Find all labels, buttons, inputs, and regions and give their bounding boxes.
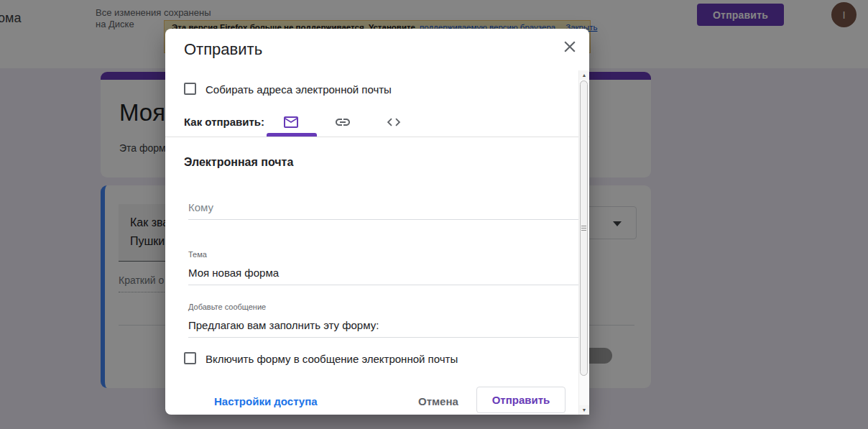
collect-emails-label: Собирать адреса электронной почты: [206, 83, 392, 96]
scrollbar-grip: [581, 228, 586, 229]
dialog-title: Отправить: [184, 40, 262, 59]
subject-input[interactable]: [188, 267, 582, 285]
send-via-label: Как отправить:: [184, 116, 264, 128]
include-form-label: Включить форму в сообщение электронной п…: [206, 353, 458, 365]
scrollbar-thumb[interactable]: [580, 80, 588, 376]
scroll-down-arrow-icon[interactable]: ▼: [579, 405, 589, 415]
screen: ома Все изменения сохранены на Диске Отп…: [0, 0, 868, 429]
cancel-button[interactable]: Отмена: [418, 395, 458, 407]
include-form-checkbox[interactable]: [184, 352, 196, 364]
tab-embed-html[interactable]: [379, 111, 408, 134]
email-icon: [282, 114, 300, 131]
close-icon[interactable]: [560, 37, 579, 56]
dialog-scrollbar[interactable]: ▲ ▼: [578, 70, 588, 415]
send-button-dialog[interactable]: Отправить: [476, 387, 565, 413]
code-icon: [386, 114, 402, 130]
subject-label: Тема: [188, 250, 207, 259]
email-section-heading: Электронная почта: [184, 156, 293, 169]
collect-emails-checkbox[interactable]: [184, 83, 196, 95]
scrollbar-grip: [581, 226, 586, 226]
link-icon: [334, 114, 351, 131]
message-label: Добавьте сообщение: [188, 303, 266, 311]
dialog-divider: [165, 137, 589, 137]
tab-send-by-email[interactable]: [277, 111, 305, 134]
message-input[interactable]: [188, 319, 582, 338]
to-input[interactable]: [188, 201, 582, 220]
scroll-up-arrow-icon[interactable]: ▲: [579, 70, 589, 80]
send-dialog: Отправить Собирать адреса электронной по…: [165, 29, 589, 415]
tab-send-by-link[interactable]: [328, 111, 357, 134]
access-settings-link[interactable]: Настройки доступа: [214, 395, 318, 407]
scrollbar-grip: [581, 230, 586, 231]
